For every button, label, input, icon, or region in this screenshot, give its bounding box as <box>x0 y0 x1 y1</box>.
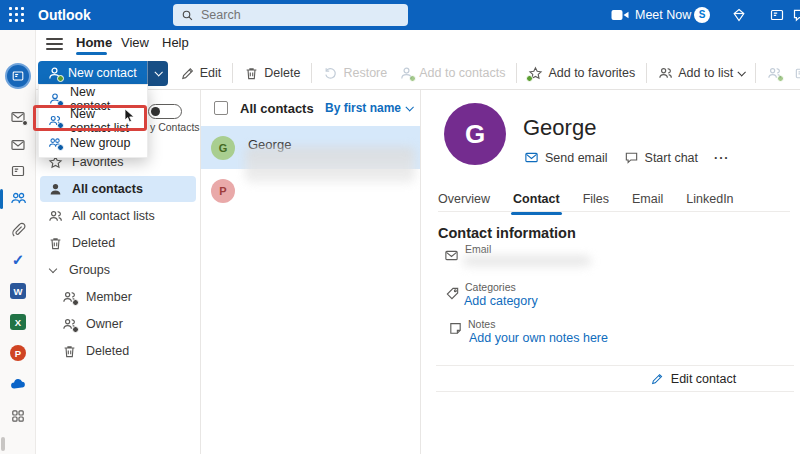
more-apps-icon[interactable] <box>0 408 36 424</box>
new-contact-dropdown-arrow[interactable] <box>147 61 168 86</box>
restore-icon <box>323 66 338 81</box>
chat-bubble-icon <box>624 150 639 165</box>
notes-field-label: Notes <box>468 318 495 330</box>
trash-icon <box>244 66 259 81</box>
more-actions-button[interactable]: ··· <box>714 151 730 165</box>
folder-all-contacts[interactable]: All contacts <box>40 176 196 202</box>
contacts-toggle-label: y Contacts <box>150 121 200 133</box>
skype-icon[interactable]: S <box>694 7 710 23</box>
hamburger-menu-icon[interactable] <box>46 38 63 50</box>
app-rail: ✓ W X P <box>0 30 36 454</box>
menu-item-new-contact-list[interactable]: New contact list <box>39 110 147 132</box>
onenote-feed-icon[interactable] <box>769 7 785 23</box>
rail-scrollbar[interactable] <box>1 437 5 451</box>
contact-detail-pane: G George Send email Start chat ··· Overv… <box>420 90 800 454</box>
meet-now-button[interactable]: Meet Now <box>635 0 691 30</box>
contact-name: George <box>248 137 291 152</box>
send-email-button[interactable]: Send email <box>524 150 608 165</box>
restore-button[interactable]: Restore <box>317 66 393 81</box>
contact-avatar: G <box>444 103 506 165</box>
tab-files[interactable]: Files <box>583 190 609 211</box>
folder-deleted[interactable]: Deleted <box>40 230 196 256</box>
add-notes-link[interactable]: Add your own notes here <box>469 331 608 345</box>
mail-icon <box>524 150 539 165</box>
folder-all-contact-lists[interactable]: All contact lists <box>40 203 196 229</box>
chevron-down-icon[interactable] <box>49 265 57 273</box>
outlook-people-badge-icon[interactable] <box>5 63 31 89</box>
sort-dropdown[interactable]: By first name <box>325 101 412 115</box>
toolbar-separator <box>516 63 517 83</box>
tag-icon <box>445 286 460 301</box>
toolbar-separator <box>646 63 647 83</box>
add-category-link[interactable]: Add category <box>464 294 538 308</box>
new-contact-split-button[interactable]: New contact <box>38 61 168 86</box>
word-icon[interactable]: W <box>0 283 36 299</box>
star-add-icon <box>528 66 543 81</box>
premium-diamond-icon[interactable] <box>731 7 747 23</box>
card-sync-icon <box>794 66 800 81</box>
mail-icon[interactable] <box>0 137 36 153</box>
contact-row-george[interactable]: G George <box>201 126 420 169</box>
menu-item-new-group[interactable]: New group <box>39 132 147 154</box>
top-app-bar: Outlook Meet Now S <box>0 0 800 30</box>
chat-icon[interactable] <box>792 7 800 23</box>
add-to-contacts-button[interactable]: Add to contacts <box>393 66 511 81</box>
contact-actions: Send email Start chat ··· <box>524 150 730 165</box>
contact-information-heading: Contact information <box>438 225 576 241</box>
add-to-favorites-button[interactable]: Add to favorites <box>522 66 641 81</box>
toolbar-separator <box>232 63 233 83</box>
trash-icon <box>62 344 77 359</box>
tab-linkedin[interactable]: LinkedIn <box>686 190 733 211</box>
folder-groups-deleted[interactable]: Deleted <box>40 338 196 364</box>
contact-card-action-button[interactable] <box>788 66 800 81</box>
todo-icon[interactable]: ✓ <box>0 252 36 268</box>
tab-email[interactable]: Email <box>632 190 663 211</box>
people-icon <box>48 209 63 224</box>
outlook-people-window: Outlook Meet Now S ✓ W X P Home <box>0 0 800 454</box>
excel-icon[interactable]: X <box>0 314 36 330</box>
trash-icon <box>48 236 63 251</box>
new-contact-button[interactable]: New contact <box>38 61 147 86</box>
delete-button[interactable]: Delete <box>238 66 306 81</box>
onedrive-icon[interactable] <box>0 376 36 392</box>
avatar: G <box>211 136 235 160</box>
people-group-icon <box>48 136 62 150</box>
folder-groups-owner[interactable]: Owner <box>40 311 196 337</box>
tab-contact[interactable]: Contact <box>513 190 560 211</box>
mail-icon <box>444 248 459 263</box>
folder-groups-member[interactable]: Member <box>40 284 196 310</box>
people-icon <box>658 66 673 81</box>
add-to-list-button[interactable]: Add to list <box>652 66 750 81</box>
chevron-down-icon <box>738 68 746 76</box>
tab-view[interactable]: View <box>121 30 149 56</box>
search-input[interactable] <box>201 8 381 22</box>
add-to-group-button[interactable] <box>761 66 788 81</box>
folder-groups[interactable]: Groups <box>40 257 196 283</box>
redacted-email-value <box>463 256 591 267</box>
people-check-icon <box>62 290 77 305</box>
tab-overview[interactable]: Overview <box>438 190 490 211</box>
contact-list-pane: All contacts By first name G George P <box>200 90 420 454</box>
contacts-filter-toggle[interactable] <box>148 104 182 119</box>
tab-help[interactable]: Help <box>162 30 189 56</box>
active-tab-underline <box>76 52 107 55</box>
meet-now-camera-icon[interactable] <box>611 9 629 21</box>
edit-contact-button[interactable]: Edit contact <box>436 365 794 392</box>
chevron-down-icon <box>405 103 413 111</box>
calendar-card-icon[interactable] <box>0 163 36 179</box>
contact-row-redacted[interactable]: P <box>201 169 420 212</box>
search-icon <box>181 9 194 22</box>
app-launcher-icon[interactable] <box>9 7 25 23</box>
edit-button[interactable]: Edit <box>174 66 228 81</box>
people-icon[interactable] <box>0 190 36 207</box>
powerpoint-icon[interactable]: P <box>0 345 36 361</box>
categories-field-label: Categories <box>465 281 516 293</box>
start-chat-button[interactable]: Start chat <box>624 150 699 165</box>
app-title[interactable]: Outlook <box>38 0 91 30</box>
attachments-icon[interactable] <box>0 222 36 238</box>
person-add-icon <box>48 92 62 106</box>
select-all-checkbox[interactable] <box>214 101 228 115</box>
person-add-icon <box>399 66 414 81</box>
search-bar[interactable] <box>173 4 408 26</box>
mail-settings-icon[interactable] <box>0 109 36 125</box>
